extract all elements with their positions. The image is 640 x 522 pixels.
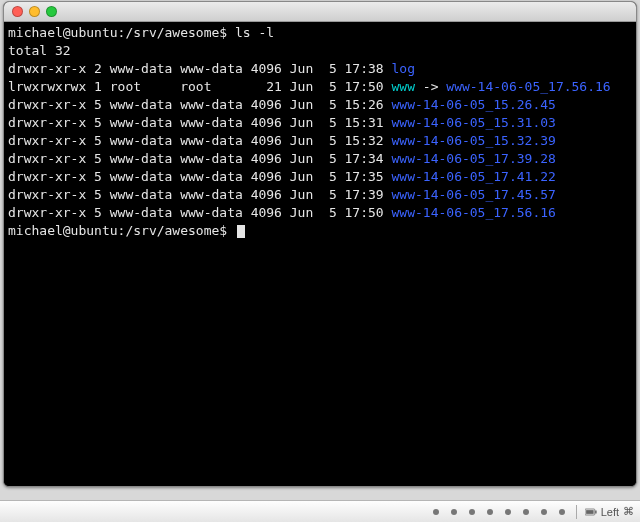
minimize-button[interactable] bbox=[29, 6, 40, 17]
terminal-window: michael@ubuntu:/srv/awesome$ ls -ltotal … bbox=[3, 1, 637, 487]
ls-attrs: drwxr-xr-x 5 www-data www-data 4096 Jun … bbox=[8, 133, 392, 148]
directory-name: log bbox=[392, 61, 415, 76]
svg-point-7 bbox=[559, 509, 565, 515]
svg-point-6 bbox=[541, 509, 547, 515]
ls-total: total 32 bbox=[8, 43, 71, 58]
status-dot-icon bbox=[556, 506, 568, 518]
shell-prompt: michael@ubuntu:/srv/awesome$ bbox=[8, 223, 235, 238]
terminal-line: michael@ubuntu:/srv/awesome$ bbox=[8, 222, 632, 240]
directory-name: www-14-06-05_17.45.57 bbox=[392, 187, 556, 202]
ls-attrs: drwxr-xr-x 2 www-data www-data 4096 Jun … bbox=[8, 61, 392, 76]
symlink-target: www-14-06-05_17.56.16 bbox=[446, 79, 610, 94]
svg-point-5 bbox=[523, 509, 529, 515]
ls-attrs: drwxr-xr-x 5 www-data www-data 4096 Jun … bbox=[8, 205, 392, 220]
ls-entry: drwxr-xr-x 5 www-data www-data 4096 Jun … bbox=[8, 150, 632, 168]
status-dot-icon bbox=[430, 506, 442, 518]
ls-attrs: drwxr-xr-x 5 www-data www-data 4096 Jun … bbox=[8, 169, 392, 184]
directory-name: www-14-06-05_15.26.45 bbox=[392, 97, 556, 112]
terminal-line: michael@ubuntu:/srv/awesome$ ls -l bbox=[8, 24, 632, 42]
directory-name: www-14-06-05_15.31.03 bbox=[392, 115, 556, 130]
os-statusbar: Left ⌘ bbox=[0, 500, 640, 522]
svg-point-3 bbox=[487, 509, 493, 515]
status-dot-icon bbox=[466, 506, 478, 518]
svg-rect-9 bbox=[586, 510, 594, 514]
svg-rect-10 bbox=[595, 510, 597, 513]
ls-attrs: drwxr-xr-x 5 www-data www-data 4096 Jun … bbox=[8, 97, 392, 112]
svg-point-4 bbox=[505, 509, 511, 515]
status-icons-cluster bbox=[430, 506, 568, 518]
directory-name: www-14-06-05_17.39.28 bbox=[392, 151, 556, 166]
left-indicator-label: Left bbox=[601, 506, 619, 518]
ls-entry: drwxr-xr-x 5 www-data www-data 4096 Jun … bbox=[8, 204, 632, 222]
svg-point-2 bbox=[469, 509, 475, 515]
ls-entry: drwxr-xr-x 5 www-data www-data 4096 Jun … bbox=[8, 168, 632, 186]
window-titlebar bbox=[4, 2, 636, 22]
maximize-button[interactable] bbox=[46, 6, 57, 17]
ls-entry: drwxr-xr-x 5 www-data www-data 4096 Jun … bbox=[8, 132, 632, 150]
status-dot-icon bbox=[520, 506, 532, 518]
statusbar-right-group: Left ⌘ bbox=[585, 505, 634, 518]
cmd-symbol: ⌘ bbox=[623, 505, 634, 518]
directory-name: www-14-06-05_15.32.39 bbox=[392, 133, 556, 148]
ls-entry: drwxr-xr-x 5 www-data www-data 4096 Jun … bbox=[8, 186, 632, 204]
shell-command: ls -l bbox=[235, 25, 274, 40]
statusbar-divider bbox=[576, 505, 577, 519]
terminal-cursor bbox=[237, 225, 245, 238]
ls-attrs: lrwxrwxrwx 1 root root 21 Jun 5 17:50 bbox=[8, 79, 392, 94]
status-dot-icon bbox=[484, 506, 496, 518]
terminal-line: total 32 bbox=[8, 42, 632, 60]
shell-prompt: michael@ubuntu:/srv/awesome$ bbox=[8, 25, 235, 40]
ls-entry: drwxr-xr-x 5 www-data www-data 4096 Jun … bbox=[8, 96, 632, 114]
terminal-viewport[interactable]: michael@ubuntu:/srv/awesome$ ls -ltotal … bbox=[4, 22, 636, 486]
status-dot-icon bbox=[538, 506, 550, 518]
ls-attrs: drwxr-xr-x 5 www-data www-data 4096 Jun … bbox=[8, 151, 392, 166]
status-dot-icon bbox=[502, 506, 514, 518]
ls-attrs: drwxr-xr-x 5 www-data www-data 4096 Jun … bbox=[8, 187, 392, 202]
ls-entry: drwxr-xr-x 2 www-data www-data 4096 Jun … bbox=[8, 60, 632, 78]
svg-point-1 bbox=[451, 509, 457, 515]
battery-icon bbox=[585, 506, 597, 518]
symlink-name: www bbox=[392, 79, 415, 94]
status-dot-icon bbox=[448, 506, 460, 518]
ls-attrs: drwxr-xr-x 5 www-data www-data 4096 Jun … bbox=[8, 115, 392, 130]
svg-point-0 bbox=[433, 509, 439, 515]
symlink-arrow: -> bbox=[415, 79, 446, 94]
directory-name: www-14-06-05_17.41.22 bbox=[392, 169, 556, 184]
ls-entry: lrwxrwxrwx 1 root root 21 Jun 5 17:50 ww… bbox=[8, 78, 632, 96]
directory-name: www-14-06-05_17.56.16 bbox=[392, 205, 556, 220]
close-button[interactable] bbox=[12, 6, 23, 17]
ls-entry: drwxr-xr-x 5 www-data www-data 4096 Jun … bbox=[8, 114, 632, 132]
